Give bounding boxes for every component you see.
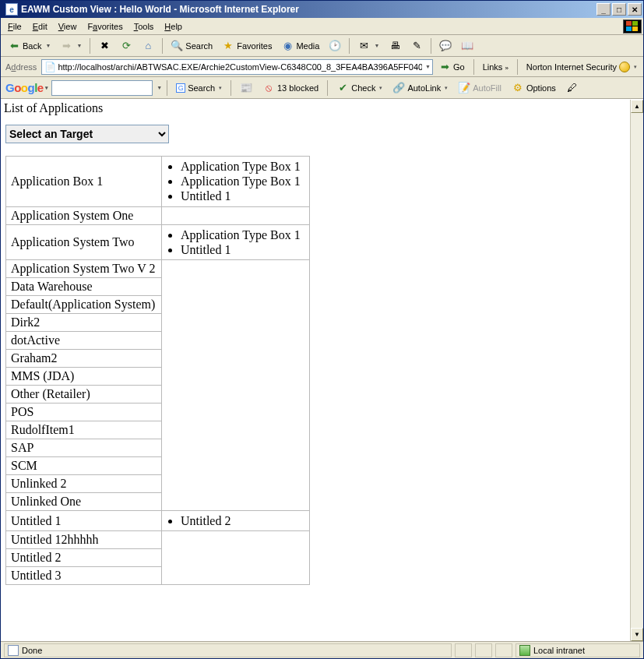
address-field[interactable]: 📄 ▼: [41, 59, 433, 75]
menu-tools[interactable]: Tools: [128, 20, 160, 33]
refresh-button[interactable]: ⟳: [116, 37, 136, 55]
google-blocked-button[interactable]: ⦸ 13 blocked: [259, 79, 322, 97]
table-row: Dirk2: [6, 313, 310, 331]
document-icon: [8, 645, 19, 656]
application-name-cell: Untitled 3: [6, 567, 162, 585]
table-row: Other (Retailer): [6, 385, 310, 403]
maximize-button[interactable]: □: [612, 3, 626, 16]
list-item: Untitled 2: [181, 513, 304, 528]
back-button[interactable]: ⬅ Back ▼: [4, 37, 55, 55]
links-button[interactable]: Links »: [480, 61, 512, 73]
application-name-cell: Data Warehouse: [6, 277, 162, 295]
go-button[interactable]: ➡ Go: [436, 59, 468, 75]
application-items-cell: [162, 277, 310, 295]
close-button[interactable]: ✕: [628, 3, 642, 16]
applications-table: Application Box 1Application Type Box 1A…: [5, 156, 310, 585]
table-row: Unlinked One: [6, 492, 310, 510]
url-input[interactable]: [56, 62, 424, 72]
google-logo[interactable]: Google ▾: [4, 81, 49, 94]
zone-icon: [519, 645, 530, 656]
chevron-down-icon[interactable]: ▼: [425, 64, 431, 69]
stop-button[interactable]: ✖: [94, 37, 114, 55]
autolink-icon: 🔗: [392, 82, 405, 94]
menu-file[interactable]: File: [2, 20, 27, 33]
application-name-cell: SCM: [6, 456, 162, 474]
menu-favorites[interactable]: Favorites: [82, 20, 128, 33]
google-toolbar: Google ▾ ▼ G Search ▾ 📰 ⦸ 13 blocked ✔ C…: [1, 77, 643, 99]
google-search-button[interactable]: G Search ▾: [172, 79, 226, 97]
google-search-input[interactable]: [51, 80, 153, 96]
application-name-cell: Application System Two: [6, 224, 162, 259]
table-row: Data Warehouse: [6, 277, 310, 295]
application-name-cell: Untitled 1: [6, 510, 162, 530]
application-name-cell: Application System One: [6, 206, 162, 224]
scroll-up-button[interactable]: ▲: [631, 100, 643, 113]
media-button[interactable]: ◉ Media: [277, 37, 323, 55]
research-button[interactable]: 📖: [457, 37, 477, 55]
table-row: POS: [6, 403, 310, 421]
separator: [431, 38, 431, 54]
history-button[interactable]: 🕑: [325, 37, 345, 55]
google-check-button[interactable]: ✔ Check ▾: [333, 79, 386, 97]
go-label: Go: [453, 62, 465, 72]
google-highlight-button[interactable]: 🖊: [562, 79, 582, 97]
edit-button[interactable]: ✎: [406, 37, 427, 55]
table-row: SAP: [6, 439, 310, 456]
highlighter-icon: 🖊: [566, 82, 579, 94]
print-button[interactable]: 🖶: [385, 37, 405, 55]
list-item: Untitled 1: [181, 242, 304, 257]
separator: [517, 59, 518, 75]
table-row: Graham2: [6, 349, 310, 367]
media-label: Media: [296, 41, 319, 51]
table-row: Untitled 3: [6, 567, 310, 585]
menu-view[interactable]: View: [53, 20, 83, 33]
minimize-button[interactable]: _: [596, 3, 611, 16]
back-arrow-icon: ⬅: [8, 40, 20, 52]
table-row: Unlinked 2: [6, 474, 310, 492]
application-name-cell: Unlinked One: [6, 492, 162, 510]
google-options-button[interactable]: ⚙ Options: [508, 79, 560, 97]
table-row: Application System One: [6, 206, 310, 224]
items-list: Application Type Box 1Application Type B…: [167, 159, 304, 204]
search-button[interactable]: 🔍 Search: [167, 37, 216, 55]
media-icon: ◉: [281, 40, 294, 52]
application-name-cell: Graham2: [6, 349, 162, 367]
scroll-down-button[interactable]: ▼: [631, 628, 643, 641]
menu-edit[interactable]: Edit: [27, 20, 53, 33]
application-items-cell: [162, 313, 310, 331]
autofill-icon: 📝: [458, 82, 470, 94]
table-row: SCM: [6, 456, 310, 474]
chevron-down-icon[interactable]: ▼: [157, 85, 162, 90]
separator: [473, 59, 474, 75]
table-row: Application System Two V 2: [6, 259, 310, 277]
application-name-cell: POS: [6, 403, 162, 421]
norton-label: Norton Internet Security: [526, 62, 617, 72]
favorites-button[interactable]: ★ Favorites: [218, 37, 276, 55]
table-row: Application Box 1Application Type Box 1A…: [6, 157, 310, 207]
application-items-cell: Application Type Box 1Untitled 1: [162, 224, 310, 259]
separator: [349, 38, 350, 54]
scroll-track[interactable]: [631, 113, 643, 628]
status-main-pane: Done: [4, 643, 452, 657]
application-items-cell: [162, 403, 310, 421]
svg-rect-2: [626, 26, 632, 31]
application-items-cell: [162, 492, 310, 510]
norton-toolbar[interactable]: Norton Internet Security ▾: [523, 60, 640, 74]
target-select[interactable]: Select an Target: [5, 125, 169, 143]
options-icon: ⚙: [512, 82, 524, 94]
application-items-cell: [162, 421, 310, 439]
vertical-scrollbar[interactable]: ▲ ▼: [630, 100, 643, 641]
discuss-button[interactable]: 💬: [435, 37, 456, 55]
google-news-button[interactable]: 📰: [236, 79, 256, 97]
menu-help[interactable]: Help: [159, 20, 188, 33]
google-autofill-button[interactable]: 📝 AutoFill: [454, 79, 505, 97]
google-autolink-button[interactable]: 🔗 AutoLink ▾: [389, 79, 452, 97]
mail-button[interactable]: ✉▼: [354, 37, 383, 55]
table-row: dotActive: [6, 331, 310, 349]
home-button[interactable]: ⌂: [138, 37, 158, 55]
ie-app-icon: e: [5, 3, 18, 16]
application-items-cell: [162, 259, 310, 277]
application-items-cell: [162, 349, 310, 367]
forward-button[interactable]: ➡ ▼: [56, 37, 86, 55]
history-icon: 🕑: [329, 40, 341, 52]
